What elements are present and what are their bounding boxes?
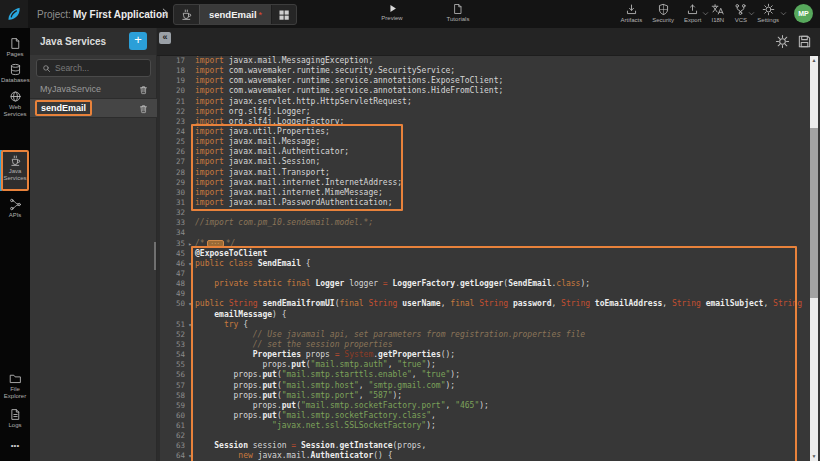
code-line[interactable]: 24import java.util.Properties; (157, 127, 820, 137)
token: import (195, 147, 224, 156)
user-avatar[interactable]: MP (794, 4, 813, 23)
code-line[interactable]: 46▾public class SendEmail { (157, 259, 820, 269)
panel-scrollbar-thumb[interactable] (154, 242, 156, 270)
token: "mail.smtp.port" (282, 391, 359, 400)
settings-button[interactable]: Settings (752, 3, 784, 23)
ellipsis-icon: ••• (1, 442, 29, 449)
code-line[interactable]: 28import javax.mail.Transport; (157, 168, 820, 178)
code-line[interactable]: 49 (157, 289, 820, 299)
editor-settings-icon[interactable] (775, 34, 790, 49)
trash-icon[interactable] (138, 103, 149, 114)
line-number: 17 (157, 56, 185, 66)
tab-sendemail[interactable]: sendEmail * (199, 5, 272, 24)
token: sendEmailfromUI (262, 299, 334, 308)
code-line[interactable]: 50▾public String sendEmailfromUI(final S… (157, 299, 820, 309)
token: ); (426, 421, 436, 430)
code-line[interactable]: 17import javax.mail.MessagingException; (157, 56, 820, 66)
scroll-down-arrow-icon[interactable]: ▼ (810, 452, 818, 461)
sidebar-item-java-services[interactable]: Java Services (0, 154, 30, 182)
search-input[interactable] (55, 63, 135, 73)
fold-open-icon[interactable]: ▾ (185, 320, 195, 330)
code-line[interactable]: 58 props.put("mail.smtp.port", "587"); (157, 391, 820, 401)
code-area[interactable]: 17import javax.mail.MessagingException;1… (157, 56, 820, 461)
code-line[interactable]: 53 // set the session properties (157, 340, 820, 350)
breadcrumb: Project: My First Application (37, 0, 168, 28)
code-line[interactable]: 64▾ new javax.mail.Authenticator() { (157, 451, 820, 461)
collapse-panel-button[interactable]: « (159, 32, 171, 44)
code-line[interactable]: 18import com.wavemaker.runtime.security.… (157, 66, 820, 76)
sidebar-item-apis[interactable]: APIs (0, 198, 30, 219)
token: System (344, 350, 373, 359)
code-line[interactable]: 59 props.put("mail.smtp.socketFactory.po… (157, 401, 820, 411)
code-line[interactable]: 31import javax.mail.PasswordAuthenticati… (157, 198, 820, 208)
code-line[interactable]: 52 // Use javamail api, set parameters f… (157, 330, 820, 340)
fold-collapsed-icon[interactable]: ▸ (185, 239, 195, 249)
preview-button[interactable]: Preview (370, 3, 414, 21)
code-line[interactable]: 56 props.put("mail.smtp.starttls.enable"… (157, 370, 820, 380)
code-line[interactable]: 57 props.put("mail.smtp.host", "smtp.gma… (157, 381, 820, 391)
code-line[interactable]: 21import javax.servlet.http.HttpServletR… (157, 97, 820, 107)
sidebar-item-pages[interactable]: Pages (0, 37, 30, 58)
code-line[interactable]: 48 private static final Logger logger = … (157, 279, 820, 289)
code-line[interactable]: 63 Session session = Session.getInstance… (157, 441, 820, 451)
sidebar-item-file-explorer[interactable]: File Explorer (0, 372, 30, 400)
code-text: import javax.servlet.http.HttpServletReq… (195, 97, 412, 106)
open-file-tabs: sendEmail * (173, 4, 297, 25)
code-line[interactable]: 20import com.wavemaker.runtime.service.a… (157, 86, 820, 96)
code-line[interactable]: 26import javax.mail.Authenticator; (157, 147, 820, 157)
code-line[interactable]: 19import com.wavemaker.runtime.service.a… (157, 76, 820, 86)
code-line[interactable]: 47 (157, 269, 820, 279)
code-line[interactable]: 35▸/*···*/ (157, 239, 820, 249)
token: import (195, 157, 224, 166)
token: //import com.pm_10.sendemail.model.*; (195, 218, 373, 227)
fold-open-icon[interactable]: ▾ (185, 259, 195, 269)
code-line[interactable]: 60 props.put("mail.smtp.socketFactory.cl… (157, 411, 820, 421)
code-line[interactable]: 33//import com.pm_10.sendemail.model.*; (157, 218, 820, 228)
add-service-button[interactable]: + (129, 32, 147, 50)
code-line[interactable]: 62 (157, 431, 820, 441)
security-button[interactable]: Security (647, 3, 679, 23)
code-line[interactable]: emailMessage) { (157, 310, 820, 320)
fold-open-icon[interactable]: ▾ (185, 451, 195, 461)
token: javax.mail.Authenticator; (224, 147, 349, 156)
code-line[interactable]: 55 props.put("mail.smtp.auth", "true"); (157, 360, 820, 370)
code-line[interactable]: 25import javax.mail.Message; (157, 137, 820, 147)
shield-icon (657, 3, 670, 16)
code-line[interactable]: 23import org.slf4j.LoggerFactory; (157, 117, 820, 127)
trash-icon[interactable] (138, 84, 149, 95)
tutorials-button[interactable]: Tutorials (436, 3, 480, 22)
code-line[interactable]: 30import javax.mail.internet.MimeMessage… (157, 188, 820, 198)
token: final (450, 299, 479, 308)
service-item-sendemail[interactable]: sendEmail (30, 99, 157, 118)
code-line[interactable]: 54 Properties props = System.getProperti… (157, 350, 820, 360)
export-button[interactable]: Export (679, 3, 706, 23)
i18n-button[interactable]: I18N (706, 3, 729, 23)
code-line[interactable]: 45@ExposeToClient (157, 249, 820, 259)
sidebar-item-databases[interactable]: Databases (0, 63, 30, 84)
code-line[interactable]: 29import javax.mail.internet.InternetAdd… (157, 178, 820, 188)
code-line[interactable]: 22import org.slf4j.Logger; (157, 107, 820, 117)
scroll-up-arrow-icon[interactable]: ▲ (810, 56, 818, 65)
vcs-button[interactable]: VCS (729, 3, 752, 23)
tab-list-button[interactable] (272, 5, 296, 24)
service-search[interactable] (36, 59, 151, 77)
project-name[interactable]: My First Application (73, 9, 168, 20)
sidebar-item-more[interactable]: ••• (0, 442, 30, 449)
code-line[interactable]: 32 (157, 208, 820, 218)
save-icon[interactable] (797, 34, 812, 49)
code-line[interactable]: 51▾ try { (157, 320, 820, 330)
editor-scrollbar[interactable]: ▲ ▼ (810, 56, 818, 461)
sidebar-item-web-services[interactable]: Web Services (0, 90, 30, 118)
token: password (513, 299, 552, 308)
fold-open-icon[interactable]: ▾ (185, 299, 195, 309)
service-item-myjavaservice[interactable]: MyJavaService (30, 80, 157, 99)
artifacts-button[interactable]: Artifacts (616, 3, 648, 23)
code-line[interactable]: 27import javax.mail.Session; (157, 157, 820, 167)
code-line[interactable]: 61 "javax.net.ssl.SSLSocketFactory"); (157, 421, 820, 431)
folded-region-badge[interactable]: ··· (207, 240, 224, 247)
sidebar-item-logs[interactable]: Logs (0, 408, 30, 429)
token: "mail.smtp.starttls.enable" (282, 370, 412, 379)
scrollbar-thumb[interactable] (810, 128, 818, 298)
code-line[interactable]: 34 (157, 228, 820, 238)
wavemaker-logo[interactable] (0, 0, 28, 28)
